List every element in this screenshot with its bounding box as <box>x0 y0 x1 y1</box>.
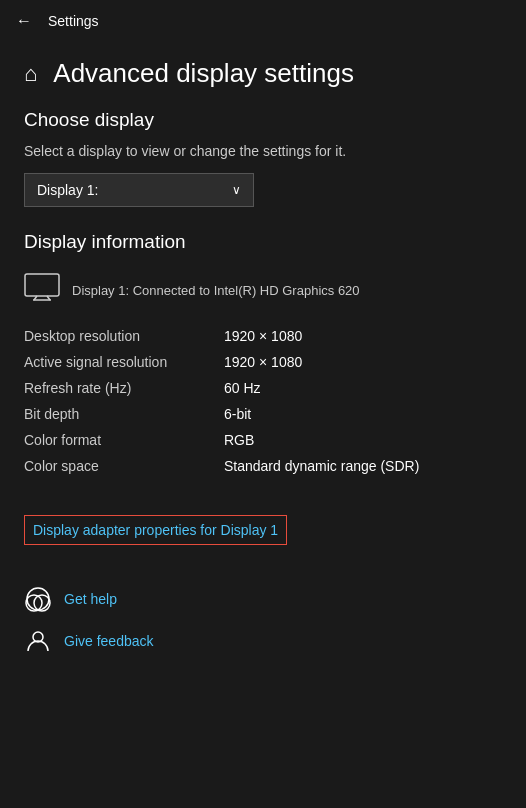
get-help-link[interactable]: Get help <box>64 591 117 607</box>
table-row: Refresh rate (Hz)60 Hz <box>24 375 502 401</box>
choose-display-title: Choose display <box>24 109 502 131</box>
get-help-item[interactable]: Get help <box>24 585 502 613</box>
row-label: Color space <box>24 453 224 479</box>
row-label: Desktop resolution <box>24 323 224 349</box>
display-dropdown-container: Display 1: ∨ <box>24 173 502 207</box>
svg-rect-0 <box>25 274 59 296</box>
chevron-down-icon: ∨ <box>232 183 241 197</box>
give-feedback-icon <box>24 627 52 655</box>
row-label: Color format <box>24 427 224 453</box>
row-value: 1920 × 1080 <box>224 323 502 349</box>
footer-section: Get help Give feedback <box>0 569 526 671</box>
row-label: Active signal resolution <box>24 349 224 375</box>
display-header: Display 1: Connected to Intel(R) HD Grap… <box>24 273 502 307</box>
give-feedback-link[interactable]: Give feedback <box>64 633 154 649</box>
row-value: 1920 × 1080 <box>224 349 502 375</box>
display-info-section: Display information Display 1: Connected… <box>0 231 526 483</box>
row-label: Bit depth <box>24 401 224 427</box>
dropdown-value: Display 1: <box>37 182 98 198</box>
row-label: Refresh rate (Hz) <box>24 375 224 401</box>
svg-point-4 <box>27 588 49 610</box>
get-help-icon <box>24 585 52 613</box>
row-value: RGB <box>224 427 502 453</box>
give-feedback-item[interactable]: Give feedback <box>24 627 502 655</box>
display-connected-label: Display 1: Connected to Intel(R) HD Grap… <box>72 283 360 298</box>
home-icon[interactable]: ⌂ <box>24 61 37 87</box>
back-button[interactable]: ← <box>16 12 32 30</box>
titlebar-title: Settings <box>48 13 99 29</box>
row-value: 60 Hz <box>224 375 502 401</box>
monitor-icon <box>24 273 60 307</box>
choose-display-section: Choose display Select a display to view … <box>0 109 526 207</box>
display-dropdown[interactable]: Display 1: ∨ <box>24 173 254 207</box>
display-info-title: Display information <box>24 231 502 253</box>
row-value: Standard dynamic range (SDR) <box>224 453 502 479</box>
adapter-link-section: Display adapter properties for Display 1 <box>0 499 526 561</box>
row-value: 6-bit <box>224 401 502 427</box>
table-row: Active signal resolution1920 × 1080 <box>24 349 502 375</box>
page-title: Advanced display settings <box>53 58 354 89</box>
display-adapter-link[interactable]: Display adapter properties for Display 1 <box>24 515 287 545</box>
table-row: Color spaceStandard dynamic range (SDR) <box>24 453 502 479</box>
table-row: Desktop resolution1920 × 1080 <box>24 323 502 349</box>
display-card: Display 1: Connected to Intel(R) HD Grap… <box>24 269 502 483</box>
choose-display-description: Select a display to view or change the s… <box>24 143 502 159</box>
table-row: Bit depth6-bit <box>24 401 502 427</box>
table-row: Color formatRGB <box>24 427 502 453</box>
titlebar: ← Settings <box>0 0 526 42</box>
display-info-table: Desktop resolution1920 × 1080Active sign… <box>24 323 502 479</box>
page-header: ⌂ Advanced display settings <box>0 42 526 109</box>
